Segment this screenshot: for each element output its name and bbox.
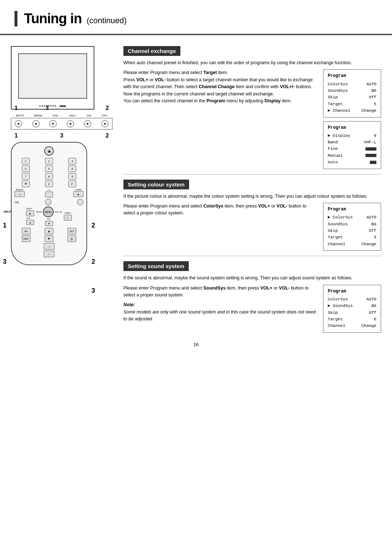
dsp-button[interactable]: DSP [22,235,30,242]
num-8[interactable]: 8 [45,173,53,180]
prog-row-s-soundsys: ► SoundSysBG [328,303,376,309]
setting-sound-note: Some models are only with one sound syst… [123,309,316,323]
prog-row-band: BandVHF-L [328,139,376,145]
program-box-2-title: Program [328,124,376,131]
num-4[interactable]: 4 [22,165,30,172]
remote-annot-3: 3 [3,258,7,266]
undo-button[interactable]: ↩ [64,215,72,221]
channel-exchange-section: Channel exchange When auto channel prese… [123,46,381,169]
channel-exchange-left-text: Please enter Program menu and select Tar… [123,69,316,169]
header-accent-bar [15,11,17,26]
cal-button-circle[interactable] [45,199,52,205]
power-button[interactable]: ⏏ [44,146,54,156]
annot-3: 3 [60,132,64,139]
setting-colour-para1: If the picture colour is abnormal, maybe… [123,193,381,200]
tv-illustration [11,46,94,110]
menu-nav-center: ◄VOL MENU VOL+► CH- ▼ [36,206,62,226]
prog-row-c-colorsys: ► ColorSysAUTO [328,214,376,221]
program-box-colour-title: Program [328,206,376,213]
prog-row-target: Target5 [328,101,376,107]
num-3[interactable]: 3 [68,158,76,164]
setting-sound-heading: Setting sound system [123,261,189,271]
cal-button-circle2[interactable] [77,199,83,205]
prog-row-auto: Auto [328,159,376,165]
num-9[interactable]: 9 [68,173,76,180]
main-layout: 1 3 2 AV/TV MENU VOL- VOL+ CH- CH+ ◉ ◉ ◉… [0,46,392,335]
ch-plus-button[interactable]: ◉ [101,120,109,127]
prog-row-c-target: Target5 [328,234,376,241]
tv-bottom-controls [12,105,94,107]
prog-row-c-channel: ChannelChange [328,241,376,247]
special-row: BREAK ⇥ ⇣⇤ GAME ▶ [15,189,83,197]
game-button[interactable]: ▶ [73,191,83,197]
setting-sound-para1: If the sound is abnormal, maybe the soun… [123,275,381,282]
num-6[interactable]: 6 [68,165,76,172]
menu-button[interactable]: ◉ [32,120,40,127]
page-number: 16 [0,335,392,351]
annot-1: 1 [15,132,18,139]
program-box-colour: Program ► ColorSysAUTO SoundSysBG SkipOf… [323,203,381,251]
remote-annot-1: 1 [3,222,7,229]
down-triangle-button[interactable]: ▼ [45,235,53,242]
sound-button[interactable]: 🔊 [68,235,76,242]
channel-exchange-program-boxes: Program ColorSysAUTO SoundSysBG SkipOff … [323,69,381,169]
prog-row-display: ► Display9 [328,132,376,139]
tv-annotation-3: 3 [45,105,49,111]
help-button[interactable]: ▶ [26,210,34,216]
divider-2 [123,256,381,256]
help-label: HELP [4,210,11,213]
menu-center-button[interactable]: MENU [43,206,54,217]
avtv-button[interactable]: ◉ [15,120,22,127]
remote-body: ⏏ 1 2 3 4 5 6 7 8 9 ⇄ 0 ↵ [11,142,87,265]
right-column: Channel exchange When auto channel prese… [123,46,381,335]
remote-top-button-row: ◉ ◉ ◉ ◉ ◉ ◉ [11,118,113,130]
remote-annot-3-bot: 3 [91,287,95,295]
num-enter[interactable]: ↵ [68,181,76,187]
ch-plus-nav[interactable]: ▲ [26,220,34,225]
prog-row-s-target: Target5 [328,316,376,323]
remote-illustration: ⏏ 1 2 3 4 5 6 7 8 9 ⇄ 0 ↵ [11,142,87,265]
prog-row-channel: ► ChannelChange [328,107,376,114]
slp-button[interactable]: SLP [68,228,76,234]
num-2[interactable]: 2 [45,158,53,164]
setting-sound-section: Setting sound system If the sound is abn… [123,261,381,333]
program-box-sound: Program ColorSysAUTO ► SoundSysBG SkipOf… [323,285,381,333]
numpad: 1 2 3 4 5 6 7 8 9 ⇄ 0 ↵ [15,158,83,187]
av-button[interactable]: AV [22,228,30,234]
up-triangle-button[interactable]: ▲ [45,228,53,234]
tv-annotation-2: 2 [106,105,109,111]
arrow-left-button[interactable]: ← [44,251,54,257]
annot-2: 2 [106,132,109,139]
program-box-1: Program ColorSysAUTO SoundSysBG SkipOff … [323,69,381,117]
prog-row-s-colorsys: ColorSysAUTO [328,296,376,303]
break-button[interactable]: ⇥ [15,191,25,197]
left-nav-buttons: HELP ▶ CH+ ▲ [26,208,34,225]
remote-annot-2-mid: 2 [91,258,95,266]
vol-minus-button[interactable]: ◉ [49,120,57,127]
num-1[interactable]: 1 [22,158,30,164]
ch-minus-button[interactable]: ◉ [84,120,91,127]
button-row-annotations: 1 3 2 [11,132,113,139]
program-box-2: Program ► Display9 BandVHF-L Fine Manual [323,121,381,169]
remote-annot-2-top: 2 [91,222,95,229]
page-header: Tuning in (continued) [0,0,392,35]
cal-row: CAL [15,199,83,205]
prog-row-s-channel: ChannelChange [328,323,376,329]
num-special[interactable]: ⇄ [22,181,30,187]
cal-label: CAL [15,201,20,204]
num-7[interactable]: 7 [22,173,30,180]
special-button[interactable] [45,192,53,197]
num-0[interactable]: 0 [45,181,53,187]
arrow-right-button[interactable]: → [44,243,54,250]
prog-row-s-skip: SkipOff [328,309,376,316]
ch-minus-nav[interactable]: ▼ [45,221,53,226]
tv-screen [18,53,87,99]
prog-row-fine: Fine [328,145,376,152]
vol-plus-button[interactable]: ◉ [67,120,74,127]
setting-colour-row: Please enter Program menu and select Col… [123,203,381,251]
channel-exchange-row: Please enter Program menu and select Tar… [123,69,381,169]
setting-colour-section: Setting colour system If the picture col… [123,180,381,251]
prog-row-c-soundsys: SoundSysBG [328,221,376,227]
num-5[interactable]: 5 [45,165,53,172]
prog-row-manual: Manual [328,152,376,159]
